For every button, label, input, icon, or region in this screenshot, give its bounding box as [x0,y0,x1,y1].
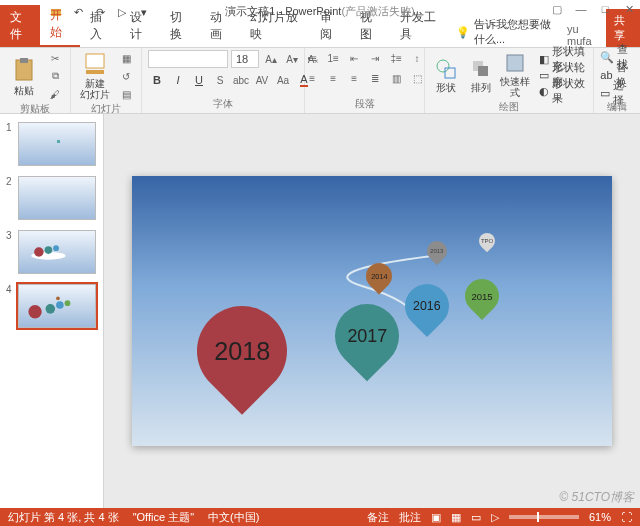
reset-button[interactable]: ↺ [117,68,135,84]
timeline-path [132,176,432,326]
tab-home[interactable]: 开始 [40,3,80,47]
slide-panel[interactable]: 1 2 3 4 [0,114,104,508]
shapes-label: 形状 [436,82,456,93]
underline-button[interactable]: U [190,72,208,88]
char-spacing-button[interactable]: AV [253,72,271,88]
arrange-icon [470,58,492,80]
svg-point-23 [56,296,60,300]
svg-point-9 [437,60,449,72]
section-button[interactable]: ▤ [117,86,135,102]
copy-button[interactable]: ⧉ [46,68,64,84]
pin-label: 2015 [471,291,492,302]
pin-label: 2013 [430,248,443,254]
watermark: © 51CTO博客 [559,489,634,506]
decrease-font-button[interactable]: A▾ [283,51,301,67]
svg-point-17 [45,246,53,254]
svg-point-21 [56,301,64,309]
justify-button[interactable]: ≣ [366,70,384,86]
text-direction-button[interactable]: ↕ [408,50,426,66]
font-name-combo[interactable] [148,50,228,68]
bullets-button[interactable]: •≡ [303,50,321,66]
new-slide-icon [84,52,106,76]
zoom-level[interactable]: 61% [589,511,611,523]
bold-button[interactable]: B [148,72,166,88]
paste-button[interactable]: 粘贴 [6,51,42,101]
tab-file[interactable]: 文件 [0,5,40,47]
thumb-3[interactable]: 3 [0,228,103,276]
group-font: 18 A▴ A▾ Aₓ B I U S abc AV Aa A 字体 [142,48,305,113]
reading-view-icon[interactable]: ▭ [471,511,481,524]
thumb-4[interactable]: 4 [0,282,103,330]
cut-button[interactable]: ✂ [46,50,64,66]
shapes-button[interactable]: 形状 [431,50,462,100]
increase-font-button[interactable]: A▴ [262,51,280,67]
font-size-combo[interactable]: 18 [231,50,259,68]
group-drawing: 形状 排列 快速样式 ◧形状填充 ▭形状轮廓 ◐形状效果 绘图 [425,48,595,113]
svg-rect-10 [445,68,455,78]
maximize-button[interactable]: □ [598,2,612,16]
select-button[interactable]: ▭选择 [600,86,634,100]
group-paragraph: •≡ 1≡ ⇤ ⇥ ‡≡ ↕ ≡ ≡ ≡ ≣ ▥ ⬚ 段落 [305,48,424,113]
align-center-button[interactable]: ≡ [324,70,342,86]
thumb-2[interactable]: 2 [0,174,103,222]
line-spacing-button[interactable]: ‡≡ [387,50,405,66]
shapes-icon [435,58,457,80]
svg-rect-14 [20,231,94,273]
thumb-1[interactable]: 1 [0,120,103,168]
new-slide-label: 新建 幻灯片 [80,78,110,100]
slide[interactable]: 201820172016201520142013TPO [132,176,612,446]
svg-rect-13 [507,55,523,71]
tab-transitions[interactable]: 切换 [160,5,200,47]
format-painter-button[interactable]: 🖌 [46,86,64,102]
quick-styles-button[interactable]: 快速样式 [500,50,531,100]
fit-window-icon[interactable]: ⛶ [621,511,632,523]
arrange-button[interactable]: 排列 [465,50,496,100]
notes-button[interactable]: 备注 [367,510,389,525]
select-icon: ▭ [600,87,610,100]
replace-icon: ab [600,69,612,81]
pin-label: 2016 [413,299,440,313]
group-slides: 新建 幻灯片 ▦ ↺ ▤ 幻灯片 [71,48,142,113]
slide-canvas[interactable]: 201820172016201520142013TPO [104,114,640,508]
language[interactable]: 中文(中国) [208,510,259,525]
align-left-button[interactable]: ≡ [303,70,321,86]
svg-point-19 [28,305,41,318]
sorter-view-icon[interactable]: ▦ [451,511,461,524]
numbering-button[interactable]: 1≡ [324,50,342,66]
columns-button[interactable]: ▥ [387,70,405,86]
timeline-pin[interactable]: 2015 [458,272,506,320]
strike-button[interactable]: S [211,72,229,88]
tell-me-text: 告诉我您想要做什么... [474,17,561,47]
tab-insert[interactable]: 插入 [80,5,120,47]
svg-rect-12 [478,66,488,76]
change-case-button[interactable]: Aa [274,72,292,88]
align-right-button[interactable]: ≡ [345,70,363,86]
smartart-button[interactable]: ⬚ [408,70,426,86]
tab-design[interactable]: 设计 [120,5,160,47]
timeline-pin[interactable]: TPO [476,230,499,253]
shadow-button[interactable]: abc [232,72,250,88]
comments-button[interactable]: 批注 [399,510,421,525]
ribbon-options-icon[interactable]: ▢ [550,2,564,16]
close-button[interactable]: ✕ [622,2,636,16]
thumb-preview [18,284,96,328]
layout-button[interactable]: ▦ [117,50,135,66]
slideshow-view-icon[interactable]: ▷ [491,511,499,524]
shape-effects-button[interactable]: ◐形状效果 [539,84,588,98]
doc-title: 演示文稿1 - PowerPoint [225,5,341,17]
theme-name: "Office 主题" [133,510,194,525]
window-title: 演示文稿1 - PowerPoint(产品激活失败) [225,4,414,19]
new-slide-button[interactable]: 新建 幻灯片 [77,51,113,101]
italic-button[interactable]: I [169,72,187,88]
svg-point-22 [65,300,71,306]
minimize-button[interactable]: — [574,2,588,16]
tell-me[interactable]: 💡告诉我您想要做什么... [456,17,561,47]
thumb-num: 3 [6,230,14,241]
zoom-slider[interactable] [509,515,579,519]
indent-dec-button[interactable]: ⇤ [345,50,363,66]
normal-view-icon[interactable]: ▣ [431,511,441,524]
indent-inc-button[interactable]: ⇥ [366,50,384,66]
svg-point-20 [46,304,56,314]
thumb-preview [18,122,96,166]
fill-icon: ◧ [539,53,549,66]
